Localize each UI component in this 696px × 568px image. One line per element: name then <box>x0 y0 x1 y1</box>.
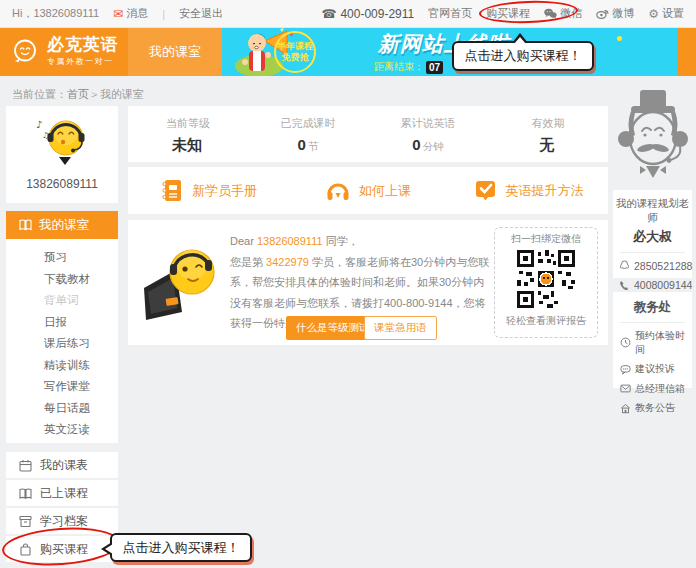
logo-title: 必克英语 <box>47 36 119 54</box>
sidebar-item-my-schedule[interactable]: 我的课表 <box>6 452 118 478</box>
smiley-logo-icon <box>10 37 40 67</box>
qr-code <box>515 248 577 314</box>
open-book-icon <box>19 487 32 500</box>
calendar-icon <box>19 459 32 472</box>
weibo-link[interactable]: 微博 <box>596 6 634 21</box>
chat-bubble-icon <box>620 364 631 375</box>
tooltip-buy-course-top: 点击进入购买课程！ <box>452 41 594 71</box>
affairs-item-announcements[interactable]: 教务公告 <box>613 401 692 415</box>
breadcrumb-current: 我的课室 <box>100 88 144 100</box>
sidebar-item-vocabulary[interactable]: 背单词 <box>6 290 118 312</box>
wechat-qr-panel: 扫一扫绑定微信 <box>494 227 598 338</box>
messages-link[interactable]: ✉ 消息 <box>113 6 148 21</box>
advisor-phone[interactable]: 4008009144 <box>613 279 692 291</box>
sidebar-menu-my-classroom[interactable]: 我的课室 <box>6 211 118 239</box>
topbar-divider: | <box>162 8 165 20</box>
breadcrumb-home-link[interactable]: 首页 <box>67 88 89 100</box>
affairs-title: 教务处 <box>613 292 692 316</box>
stat-current-level: 当前等级 未知 <box>128 106 248 162</box>
advisor-mascot <box>612 86 694 192</box>
welcome-panel: Dear 13826089111 同学， 您是第 3422979 学员，客服老师… <box>128 220 608 345</box>
quicklink-how-to-attend[interactable]: 如何上课 <box>288 167 448 214</box>
stats-panel: 当前等级 未知 已完成课时 0节 累计说英语 0分钟 有效期 无 <box>128 106 608 162</box>
affairs-item-suggestions[interactable]: 建议投诉 <box>613 362 692 376</box>
logo-text: 必克英语 专属外教一对一 <box>47 36 119 67</box>
profile-card: ♪ ♫ 13826089111 <box>6 106 118 203</box>
countdown-value: 07 <box>426 61 443 74</box>
checkmark-icon <box>473 178 498 203</box>
page: Hi，13826089111 ✉ 消息 | 安全退出 ☎ 400-009-291… <box>0 0 696 568</box>
logo[interactable]: 必克英语 专属外教一对一 <box>10 36 119 67</box>
stat-speaking-minutes: 累计说英语 0分钟 <box>368 106 488 162</box>
logout-link[interactable]: 安全退出 <box>179 6 223 21</box>
academic-affairs-panel: 教务处 预约体验时间 建议投诉 总经理信箱 教务公告 <box>613 292 692 388</box>
mail-icon <box>620 383 631 394</box>
sidebar-submenu: 预习 下载教材 背单词 日报 课后练习 精读训练 写作课堂 每日话题 英文泛读 <box>6 239 118 443</box>
svg-text:♪: ♪ <box>36 119 42 130</box>
advisor-name: 必大叔 <box>613 228 692 246</box>
archive-folder-icon <box>19 515 32 528</box>
hotline-number: ☎ 400-009-2911 <box>321 7 414 21</box>
affairs-item-book-trial[interactable]: 预约体验时间 <box>613 329 692 357</box>
user-greeting: Hi，13826089111 <box>12 6 99 21</box>
clock-icon <box>620 337 631 348</box>
home-link[interactable]: 官网首页 <box>428 6 472 21</box>
sidebar-item-download-materials[interactable]: 下载教材 <box>6 269 118 291</box>
sidebar-item-extensive-reading[interactable]: 英文泛读 <box>6 419 118 441</box>
divider <box>620 322 685 323</box>
qr-top-label: 扫一扫绑定微信 <box>495 232 597 246</box>
banner-dot <box>617 36 622 41</box>
tab-my-classroom[interactable]: 我的课室 <box>128 28 222 76</box>
quicklink-improvement-methods[interactable]: 英语提升方法 <box>448 167 608 214</box>
stat-completed-lessons: 已完成课时 0节 <box>248 106 368 162</box>
divider <box>620 252 685 253</box>
sidebar-item-daily-report[interactable]: 日报 <box>6 312 118 334</box>
breadcrumb-separator: ＞ <box>89 88 100 100</box>
handset-icon <box>619 280 630 291</box>
gear-icon: ⚙ <box>648 7 659 21</box>
qr-bottom-label: 轻松查看测评报告 <box>495 314 597 328</box>
headphones-icon <box>325 178 351 203</box>
advisor-panel: 我的课程规划老师 必大叔 2850521288 4008009144 <box>613 190 692 278</box>
weibo-icon <box>596 8 609 19</box>
welcome-student-number: 3422979 <box>266 256 309 268</box>
affairs-item-gm-mailbox[interactable]: 总经理信箱 <box>613 382 692 396</box>
advisor-role: 我的课程规划老师 <box>613 190 692 225</box>
sidebar-item-daily-topic[interactable]: 每日话题 <box>6 398 118 420</box>
settings-link[interactable]: ⚙ 设置 <box>648 6 684 21</box>
breadcrumb: 当前位置：首页＞我的课室 <box>12 87 144 102</box>
stat-validity: 有效期 无 <box>488 106 608 162</box>
sidebar-item-intensive-reading[interactable]: 精读训练 <box>6 355 118 377</box>
sidebar-item-completed-courses[interactable]: 已上课程 <box>6 480 118 506</box>
banner-badge: 半年课程 免费抢 <box>274 31 316 73</box>
book-icon <box>19 219 32 231</box>
laptop-emoji-illustration <box>136 236 228 330</box>
user-avatar: ♪ ♫ <box>30 112 94 174</box>
sidebar-username: 13826089111 <box>6 177 118 191</box>
notebook-icon <box>159 178 184 203</box>
sidebar-item-exercises[interactable]: 课后练习 <box>6 333 118 355</box>
quicklink-student-handbook[interactable]: 新学员手册 <box>128 167 288 214</box>
sidebar-item-preview[interactable]: 预习 <box>6 247 118 269</box>
logo-subtitle: 专属外教一对一 <box>47 56 119 67</box>
qq-icon <box>619 260 630 272</box>
phone-icon: ☎ <box>321 7 336 21</box>
tooltip-buy-course-bottom: 点击进入购买课程！ <box>110 533 252 562</box>
classroom-phrases-button[interactable]: 课堂急用语 <box>364 316 437 340</box>
topbar: Hi，13826089111 ✉ 消息 | 安全退出 ☎ 400-009-291… <box>0 0 696 28</box>
advisor-qq[interactable]: 2850521288 <box>613 260 692 272</box>
breadcrumb-prefix: 当前位置： <box>12 88 67 100</box>
banner-countdown: 距离结束： 07 <box>374 60 443 74</box>
building-icon <box>620 403 631 414</box>
envelope-icon: ✉ <box>113 7 123 21</box>
promo-banner[interactable]: 半年课程 免费抢 新网站上线啦 距离结束： 07 ~ <box>222 28 678 76</box>
welcome-student-phone: 13826089111 <box>257 235 323 247</box>
quicklinks-panel: 新学员手册 如何上课 英语提升方法 <box>128 167 608 214</box>
sidebar-item-writing-class[interactable]: 写作课堂 <box>6 376 118 398</box>
